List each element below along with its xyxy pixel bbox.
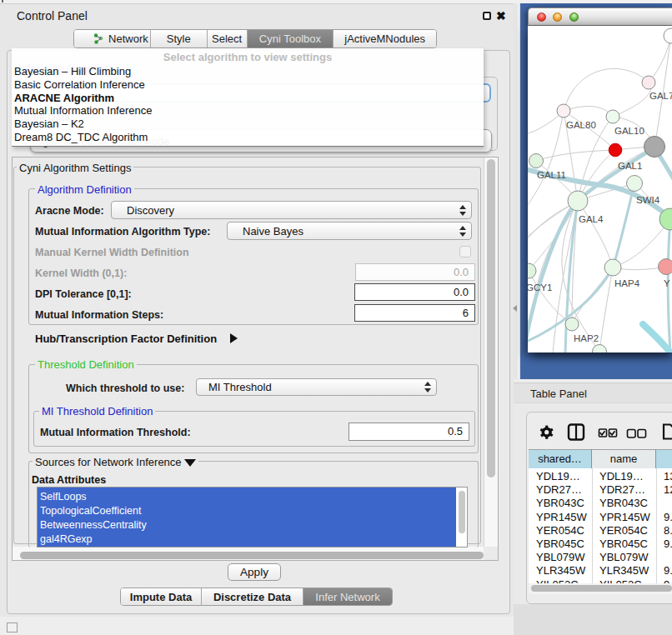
svg-text:GCY1: GCY1 bbox=[528, 282, 552, 292]
svg-text:HAP4: HAP4 bbox=[614, 278, 640, 288]
svg-text:SWI4: SWI4 bbox=[636, 195, 660, 205]
svg-text:HAP2: HAP2 bbox=[574, 333, 599, 343]
svg-text:GAL4: GAL4 bbox=[579, 214, 604, 224]
svg-text:GAL80: GAL80 bbox=[566, 120, 596, 130]
svg-text:GAL1: GAL1 bbox=[618, 161, 642, 171]
svg-text:GAL7: GAL7 bbox=[649, 91, 672, 101]
svg-text:GAL11: GAL11 bbox=[537, 170, 566, 180]
svg-text:Y: Y bbox=[664, 278, 670, 288]
svg-text:GAL10: GAL10 bbox=[614, 126, 644, 136]
